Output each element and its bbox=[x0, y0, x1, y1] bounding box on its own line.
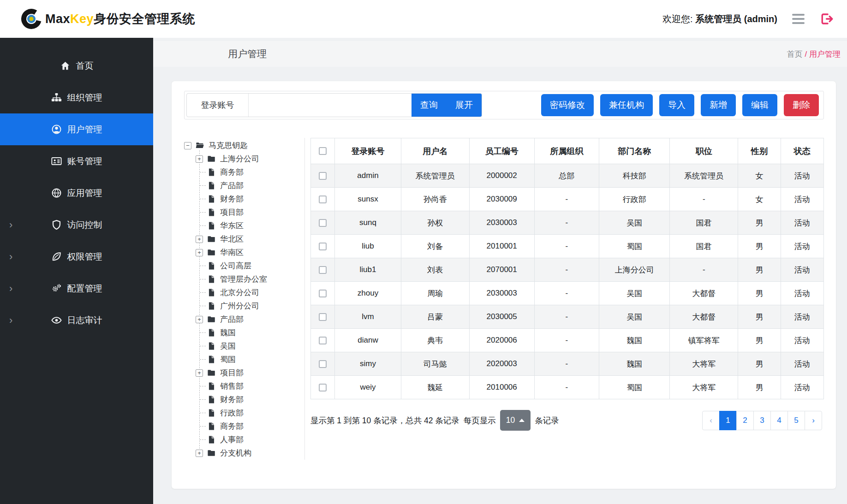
tree-node[interactable]: 广州分公司 bbox=[184, 299, 302, 313]
tree-node[interactable]: 人事部 bbox=[184, 433, 302, 446]
import-button[interactable]: 导入 bbox=[659, 94, 694, 116]
tree-node[interactable]: 商务部 bbox=[184, 420, 302, 433]
tree-node[interactable]: 魏国 bbox=[184, 326, 302, 339]
expander-minus-icon[interactable]: − bbox=[184, 142, 191, 149]
row-checkbox-cell bbox=[311, 376, 335, 399]
sidebar-item-log-audit[interactable]: ›日志审计 bbox=[0, 304, 153, 336]
expand-button[interactable]: 展开 bbox=[447, 94, 482, 117]
pagination-page-1[interactable]: 1 bbox=[719, 411, 737, 430]
row-checkbox[interactable] bbox=[319, 360, 327, 368]
row-checkbox[interactable] bbox=[319, 290, 327, 297]
expander-plus-icon[interactable]: + bbox=[196, 369, 203, 377]
tree-node[interactable]: +上海分公司 bbox=[184, 152, 302, 166]
brand: MaxKey身份安全管理系统 bbox=[20, 8, 195, 30]
tree-node[interactable]: 项目部 bbox=[184, 206, 302, 219]
tree-node[interactable]: +华北区 bbox=[184, 232, 302, 246]
concurrent-org-button[interactable]: 兼任机构 bbox=[600, 94, 653, 116]
tree-node[interactable]: 管理层办公室 bbox=[184, 273, 302, 286]
column-header-employee-no[interactable]: 员工编号 bbox=[469, 138, 534, 164]
expander-plus-icon[interactable]: + bbox=[196, 316, 203, 323]
tree-node[interactable]: 蜀国 bbox=[184, 353, 302, 366]
query-button[interactable]: 查询 bbox=[412, 94, 447, 117]
table-row[interactable]: liub刘备2010001-蜀国国君男活动 bbox=[311, 235, 824, 258]
row-checkbox[interactable] bbox=[319, 219, 327, 227]
sidebar-item-access-control[interactable]: ›访问控制 bbox=[0, 209, 153, 241]
pagination-page-5[interactable]: 5 bbox=[787, 411, 805, 430]
row-checkbox[interactable] bbox=[319, 313, 327, 321]
file-icon bbox=[207, 195, 216, 203]
sidebar-item-config-management[interactable]: ›配置管理 bbox=[0, 273, 153, 304]
tree-node[interactable]: 公司高层 bbox=[184, 259, 302, 273]
row-checkbox[interactable] bbox=[319, 266, 327, 274]
pagination-prev[interactable]: ‹ bbox=[702, 411, 720, 430]
file-icon bbox=[207, 208, 216, 217]
column-header-organization[interactable]: 所属组织 bbox=[534, 138, 599, 164]
column-header-login-account[interactable]: 登录账号 bbox=[335, 138, 401, 164]
expander-plus-icon[interactable]: + bbox=[196, 236, 203, 243]
tree-node[interactable]: 商务部 bbox=[184, 166, 302, 179]
cell-username: 司马懿 bbox=[401, 352, 469, 376]
maxkey-logo-icon bbox=[20, 8, 42, 30]
sidebar-item-app-management[interactable]: 应用管理 bbox=[0, 177, 153, 209]
table-row[interactable]: liub1刘表2070001-上海分公司-男活动 bbox=[311, 258, 824, 282]
pagination-page-3[interactable]: 3 bbox=[753, 411, 771, 430]
add-button[interactable]: 新增 bbox=[701, 94, 736, 116]
row-checkbox[interactable] bbox=[319, 172, 327, 180]
sidebar-item-permission-management[interactable]: ›权限管理 bbox=[0, 241, 153, 273]
table-row[interactable]: simy司马懿2020003-魏国大将军男活动 bbox=[311, 352, 824, 376]
row-checkbox[interactable] bbox=[319, 196, 327, 203]
cell-department: 魏国 bbox=[599, 329, 669, 352]
sidebar-item-user-management[interactable]: 用户管理 bbox=[0, 113, 153, 145]
pagination-page-2[interactable]: 2 bbox=[736, 411, 754, 430]
file-icon bbox=[207, 221, 216, 230]
password-modify-button[interactable]: 密码修改 bbox=[541, 94, 594, 116]
tree-node[interactable]: +项目部 bbox=[184, 366, 302, 379]
column-header-position[interactable]: 职位 bbox=[670, 138, 738, 164]
table-row[interactable]: sunq孙权2030003-吴国国君男活动 bbox=[311, 211, 824, 235]
table-row[interactable]: sunsx孙尚香2030009-行政部-女活动 bbox=[311, 188, 824, 211]
tree-node-label: 商务部 bbox=[220, 167, 244, 178]
sidebar-item-account-management[interactable]: 账号管理 bbox=[0, 145, 153, 177]
logout-icon[interactable] bbox=[819, 12, 833, 26]
pagination-next[interactable]: › bbox=[805, 411, 822, 430]
table-row[interactable]: lvm吕蒙2030005-吴国大都督男活动 bbox=[311, 305, 824, 329]
table-row[interactable]: zhouy周瑜2030003-吴国大都督男活动 bbox=[311, 282, 824, 305]
expander-plus-icon[interactable]: + bbox=[196, 155, 203, 163]
expander-plus-icon[interactable]: + bbox=[196, 450, 203, 457]
table-row[interactable]: weiy魏延2010006-蜀国大将军男活动 bbox=[311, 376, 824, 399]
row-checkbox[interactable] bbox=[319, 384, 327, 391]
edit-button[interactable]: 编辑 bbox=[742, 94, 777, 116]
tree-node[interactable]: 销售部 bbox=[184, 379, 302, 393]
breadcrumb-home[interactable]: 首页 bbox=[787, 50, 803, 59]
per-page-select[interactable]: 10 bbox=[500, 410, 531, 431]
table-row[interactable]: admin系统管理员2000002总部科技部系统管理员女活动 bbox=[311, 164, 824, 188]
table-row[interactable]: dianw典韦2020006-魏国镇军将军男活动 bbox=[311, 329, 824, 352]
sidebar-item-org-management[interactable]: 组织管理 bbox=[0, 82, 153, 113]
tree-node[interactable]: 财务部 bbox=[184, 192, 302, 206]
tree-node[interactable]: +分支机构 bbox=[184, 446, 302, 460]
row-checkbox[interactable] bbox=[319, 243, 327, 250]
tree-node[interactable]: 北京分公司 bbox=[184, 286, 302, 299]
tree-node[interactable]: 财务部 bbox=[184, 393, 302, 406]
tree-node[interactable]: 华东区 bbox=[184, 219, 302, 232]
search-group: 登录账号 查询 展开 bbox=[186, 93, 482, 117]
tree-node[interactable]: −马克思钥匙 bbox=[184, 139, 302, 152]
column-header-username[interactable]: 用户名 bbox=[401, 138, 469, 164]
tree-connector-line bbox=[200, 426, 206, 427]
tree-node[interactable]: 吴国 bbox=[184, 339, 302, 353]
row-checkbox[interactable] bbox=[319, 337, 327, 344]
select-all-checkbox[interactable] bbox=[319, 147, 327, 155]
sidebar-item-home[interactable]: 首页 bbox=[0, 50, 153, 82]
menu-toggle-icon[interactable] bbox=[790, 12, 806, 26]
delete-button[interactable]: 删除 bbox=[784, 94, 819, 116]
column-header-status[interactable]: 状态 bbox=[781, 138, 823, 164]
expander-plus-icon[interactable]: + bbox=[196, 249, 203, 256]
column-header-gender[interactable]: 性别 bbox=[738, 138, 781, 164]
tree-node[interactable]: +华南区 bbox=[184, 246, 302, 259]
column-header-department[interactable]: 部门名称 bbox=[599, 138, 669, 164]
tree-node[interactable]: +产品部 bbox=[184, 313, 302, 326]
tree-node[interactable]: 产品部 bbox=[184, 179, 302, 192]
pagination-page-4[interactable]: 4 bbox=[770, 411, 788, 430]
search-input[interactable] bbox=[249, 94, 412, 117]
tree-node[interactable]: 行政部 bbox=[184, 406, 302, 420]
